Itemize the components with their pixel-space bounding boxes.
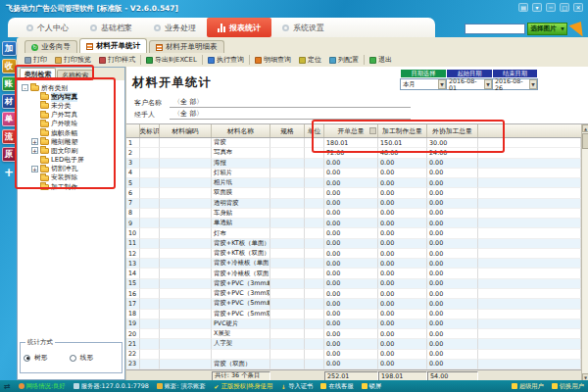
tab-material-order-stats[interactable]: 材料开单统计: [79, 38, 147, 53]
column-header-2[interactable]: 材料名称: [212, 124, 270, 137]
select-image-dropdown-icon[interactable]: ▼: [559, 23, 567, 35]
table-row[interactable]: 12背胶+KT板（双面）0.000.000.00: [126, 249, 581, 259]
table-row[interactable]: 16背胶+PVC（3mm双0.000.000.00: [126, 289, 581, 299]
toolbar-button-7[interactable]: 列配置: [325, 54, 363, 66]
image-path-input[interactable]: [465, 24, 525, 34]
scroll-thumb[interactable]: [582, 133, 588, 149]
side-button-6[interactable]: 原: [2, 147, 17, 162]
date-value-dropdown[interactable]: 2016-08-01▼: [446, 78, 492, 90]
side-button-4[interactable]: 单: [2, 112, 17, 126]
cell-outsource-qty: 0.00: [427, 299, 478, 309]
expander-icon[interactable]: -: [22, 84, 28, 91]
column-header-6[interactable]: 加工制作总量: [378, 124, 427, 137]
lock-screen-button[interactable]: 锁屏: [362, 382, 382, 391]
column-header-7[interactable]: 外协加工总量: [427, 124, 478, 137]
side-button-5[interactable]: 流: [2, 129, 17, 144]
toolbar-button-6[interactable]: 定位: [295, 54, 325, 66]
page-icon[interactable]: ▤: [518, 3, 528, 12]
table-row[interactable]: 220.000.000.00: [126, 350, 581, 360]
toolbar-button-4[interactable]: 执行查询: [204, 54, 248, 66]
skin-icon[interactable]: ▾: [532, 3, 542, 12]
date-column-0: 日期选择本月▼: [400, 69, 446, 90]
toolbar-button-8[interactable]: 退出: [366, 54, 396, 66]
expander-icon[interactable]: +: [31, 138, 38, 145]
table-row[interactable]: 20X展架0.000.000.00: [126, 329, 581, 339]
toolbar-button-3[interactable]: 导出到EXCEL: [142, 54, 201, 66]
table-row[interactable]: 10灯布0.000.000.00: [126, 228, 581, 238]
sync-icon[interactable]: ⇄: [4, 382, 11, 391]
table-row[interactable]: 1背胶180.01150.0130.00: [126, 138, 581, 148]
table-row[interactable]: 18背胶+PVC（5mm双0.000.000.00: [126, 310, 581, 319]
radio-tree-mode[interactable]: [24, 355, 30, 362]
cell-outsource-qty: 0.00: [427, 269, 478, 278]
column-header-4[interactable]: 单位: [305, 124, 324, 137]
wizard-icon: ↻: [31, 44, 38, 51]
close-button[interactable]: ✕: [573, 3, 583, 12]
chevron-down-icon[interactable]: ▼: [529, 79, 537, 89]
table-row[interactable]: 8车身贴0.000.000.00: [126, 209, 581, 219]
table-row[interactable]: 6双面膜0.000.000.00: [126, 188, 581, 198]
column-header-0[interactable]: 类标识: [140, 124, 160, 137]
toolbar-button-1[interactable]: 打印预览: [51, 54, 95, 66]
maximize-button[interactable]: □: [560, 3, 569, 12]
sort-icon[interactable]: [369, 127, 376, 134]
date-value-dropdown[interactable]: 2016-08-26▼: [492, 78, 538, 90]
import-cert-button[interactable]: ↓导入证书: [280, 382, 313, 391]
table-row[interactable]: 11背胶+KT板（单面）0.000.000.00: [126, 239, 581, 249]
side-button-0[interactable]: 加: [2, 41, 17, 56]
table-row[interactable]: 21人字架0.000.000.00: [126, 339, 581, 349]
filter-value-handler[interactable]: 〈全 部〉: [170, 109, 411, 120]
table-row[interactable]: 3海报0.000.000.00: [126, 159, 581, 169]
table-row[interactable]: 9单透贴0.000.000.00: [126, 219, 581, 228]
side-button-1[interactable]: 收: [2, 59, 17, 74]
menu-item-reports[interactable]: 报表统计: [207, 18, 271, 37]
tree-item-1[interactable]: 室内写真: [20, 92, 122, 101]
toolbar-button-5[interactable]: 明细查询: [251, 54, 295, 66]
date-value-dropdown[interactable]: 本月▼: [400, 78, 446, 90]
cell-process-qty: 0.00: [378, 269, 427, 278]
menu-item-personal-center[interactable]: 个人中心: [16, 18, 79, 37]
tab-name-search[interactable]: 名称检索: [57, 70, 93, 80]
chevron-down-icon[interactable]: ▼: [484, 79, 492, 89]
tab-category-search[interactable]: 类别检索: [20, 68, 56, 80]
cell-unit: [305, 159, 324, 169]
table-row[interactable]: 2写真布72.0048.0024.00: [126, 148, 581, 158]
tab-business-wizard[interactable]: ↻ 业务向导: [24, 40, 77, 53]
scroll-up-icon[interactable]: ▲: [582, 124, 588, 132]
cell-flag: [140, 279, 160, 289]
column-header-5[interactable]: 开单总量: [324, 124, 378, 137]
switch-user-button[interactable]: 切换用户: [552, 382, 584, 391]
expander-icon[interactable]: +: [31, 147, 38, 154]
filter-value-customer[interactable]: 〈全 部〉: [170, 97, 411, 108]
table-row[interactable]: 15背胶+PVC（3mm单0.000.000.00: [126, 279, 581, 289]
expander-icon[interactable]: +: [31, 166, 38, 172]
table-row[interactable]: 17背胶+PVC（5mm单0.000.000.00: [126, 299, 581, 309]
table-row[interactable]: 5相片纸0.000.000.00: [126, 178, 581, 188]
cell-code: [160, 249, 212, 259]
table-row[interactable]: 4灯箱片0.000.000.00: [126, 169, 581, 178]
side-button-2[interactable]: 账: [2, 76, 17, 91]
cell-row-number: 15: [126, 279, 140, 289]
table-row[interactable]: 19PVC硬片0.000.000.00: [126, 319, 581, 329]
vertical-scrollbar[interactable]: ▲ ▼: [581, 124, 588, 381]
toolbar-button-0[interactable]: 打印: [21, 54, 51, 66]
table-row[interactable]: 13背胶+冷裱板（单面）0.000.000.00: [126, 259, 581, 269]
online-service-button[interactable]: 在线客服: [320, 382, 353, 391]
menu-item-system-settings[interactable]: 系统设置: [271, 18, 335, 37]
column-header-1[interactable]: 材料编码: [160, 124, 212, 137]
tab-material-order-detail[interactable]: 材料开单明细表: [149, 40, 224, 53]
chevron-down-icon[interactable]: ▼: [438, 79, 446, 89]
column-header-3[interactable]: 规格: [270, 124, 305, 137]
select-image-button[interactable]: 选择图片: [527, 23, 560, 35]
table-row[interactable]: 23背胶（双面）0.000.000.00: [126, 360, 581, 369]
table-row[interactable]: 14背胶+冷裱板（双面）0.000.000.00: [126, 269, 581, 278]
tree-item-11[interactable]: 加工制作: [20, 182, 122, 191]
menu-item-business[interactable]: 业务处理: [143, 18, 207, 37]
toolbar-button-2[interactable]: 打印样式: [95, 54, 139, 66]
side-button-3[interactable]: 材: [2, 94, 17, 109]
minimize-button[interactable]: ─: [546, 3, 556, 12]
menu-item-base-archive[interactable]: 基础档案: [79, 18, 143, 37]
table-row[interactable]: 7透明背胶0.000.000.00: [126, 199, 581, 209]
radio-line-mode[interactable]: [70, 355, 76, 362]
side-button-7[interactable]: +: [2, 165, 17, 179]
